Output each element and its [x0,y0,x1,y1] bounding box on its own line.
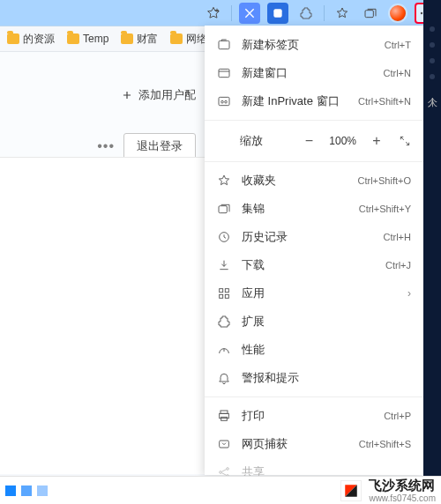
apps-icon [217,286,231,300]
extension1-icon[interactable] [239,3,260,24]
puzzle-icon [217,315,231,329]
logout-button[interactable]: 退出登录 [123,133,196,159]
menu-label: 扩展 [242,314,411,330]
svg-rect-0 [273,9,281,17]
menu-shortcut: Ctrl+Shift+O [357,175,411,186]
new-window-icon [217,66,231,80]
menu-shortcut: Ctrl+N [384,68,411,78]
taskbar-icons [0,485,48,496]
strip-dot-icon [430,58,435,63]
svg-point-2 [421,11,422,13]
menu-shortcut: Ctrl+Shift+Y [359,204,411,214]
bookmark-label: Temp [83,33,108,45]
bell-icon [217,371,231,385]
menu-apps[interactable]: 应用 › [205,279,423,308]
menu-shortcut: Ctrl+Shift+S [359,439,411,449]
menu-label: 下载 [242,257,375,273]
download-icon [217,258,231,272]
menu-label: 收藏夹 [242,173,347,189]
menu-label: 新建窗口 [242,65,373,81]
menu-new-tab[interactable]: 新建标签页 Ctrl+T [205,31,423,59]
svg-point-21 [227,468,229,471]
print-icon [217,409,231,423]
svg-rect-15 [225,294,228,298]
zoom-label: 缩放 [217,133,263,149]
bookmark-label: 的资源 [23,32,55,47]
svg-rect-16 [220,411,228,413]
menu-shortcut: Ctrl+Shift+N [358,96,411,107]
menu-alerts[interactable]: 警报和提示 [205,364,423,392]
add-profile-label: 添加用户配 [138,87,196,103]
menu-label: 打印 [242,408,373,424]
menu-zoom: 缩放 − 100% + [205,125,423,157]
logout-label: 退出登录 [137,139,183,152]
menu-label: 网页捕获 [242,436,348,452]
taskbar-icon[interactable] [5,485,16,496]
menu-print[interactable]: 打印 Ctrl+P [205,402,423,430]
app-menu: 新建标签页 Ctrl+T 新建窗口 Ctrl+N 新建 InPrivate 窗口… [205,26,423,475]
menu-performance[interactable]: 性能 [205,336,423,364]
menu-label: 警报和提示 [242,370,411,386]
extension2-icon[interactable] [267,3,288,24]
extensions-icon[interactable] [295,3,317,24]
add-favorite-icon[interactable] [203,3,224,24]
menu-new-inprivate[interactable]: 新建 InPrivate 窗口 Ctrl+Shift+N [205,87,423,115]
menu-label: 性能 [242,342,411,358]
new-tab-icon [217,38,231,52]
zoom-in-button[interactable]: + [365,130,388,152]
strip-dot-icon [430,74,435,79]
toolbar-separator [231,5,232,21]
profile-avatar-icon[interactable] [388,4,407,23]
svg-rect-1 [365,10,373,17]
svg-rect-7 [219,97,229,105]
menu-label: 新建 InPrivate 窗口 [242,93,348,109]
watermark: 飞沙系统网 www.fs0745.com [340,478,441,503]
svg-rect-14 [220,294,223,298]
more-options-icon[interactable]: ••• [97,138,115,154]
menu-shortcut: Ctrl+J [385,260,411,271]
collections-icon[interactable] [360,3,381,24]
zoom-out-button[interactable]: − [297,130,320,152]
zoom-value: 100% [325,135,360,147]
menu-label: 集锦 [242,201,348,217]
svg-rect-12 [220,289,223,293]
add-profile-row[interactable]: 添加用户配 [0,52,205,114]
svg-point-8 [221,100,224,103]
bookmark-folder[interactable]: Temp [64,31,112,47]
taskbar-icon[interactable] [37,485,48,496]
bookmark-label: 财富 [137,32,158,47]
svg-rect-19 [220,441,229,448]
menu-shortcut: Ctrl+T [385,40,411,50]
menu-collections[interactable]: 集锦 Ctrl+Shift+Y [205,195,423,223]
menu-label: 新建标签页 [242,37,374,53]
svg-rect-10 [219,206,227,213]
svg-rect-18 [221,417,228,420]
bookmark-folder[interactable]: 财富 [117,30,161,48]
bookmark-folder[interactable]: 的资源 [4,30,58,48]
menu-label: 历史记录 [242,229,373,245]
sidebar-strip: 个人 [423,0,441,476]
fullscreen-button[interactable] [393,130,416,152]
menu-capture[interactable]: 网页捕获 Ctrl+Shift+S [205,430,423,458]
logo-icon [340,480,362,501]
capture-icon [217,437,231,451]
svg-rect-6 [219,69,229,77]
menu-new-window[interactable]: 新建窗口 Ctrl+N [205,59,423,87]
menu-downloads[interactable]: 下载 Ctrl+J [205,251,423,279]
strip-dot-icon [430,26,435,32]
menu-label: 应用 [242,285,397,301]
browser-toolbar [0,0,441,26]
svg-point-9 [225,100,228,103]
svg-point-20 [220,471,222,474]
favorites-icon[interactable] [332,3,353,24]
brand-name: 飞沙系统网 [369,478,436,494]
collections-icon [217,202,231,216]
plus-icon [121,89,133,101]
performance-icon [217,343,231,357]
menu-history[interactable]: 历史记录 Ctrl+H [205,223,423,251]
svg-rect-13 [225,289,228,293]
menu-extensions[interactable]: 扩展 [205,308,423,336]
menu-favorites[interactable]: 收藏夹 Ctrl+Shift+O [205,167,423,195]
strip-dot-icon [430,42,435,48]
taskbar-icon[interactable] [21,485,32,496]
